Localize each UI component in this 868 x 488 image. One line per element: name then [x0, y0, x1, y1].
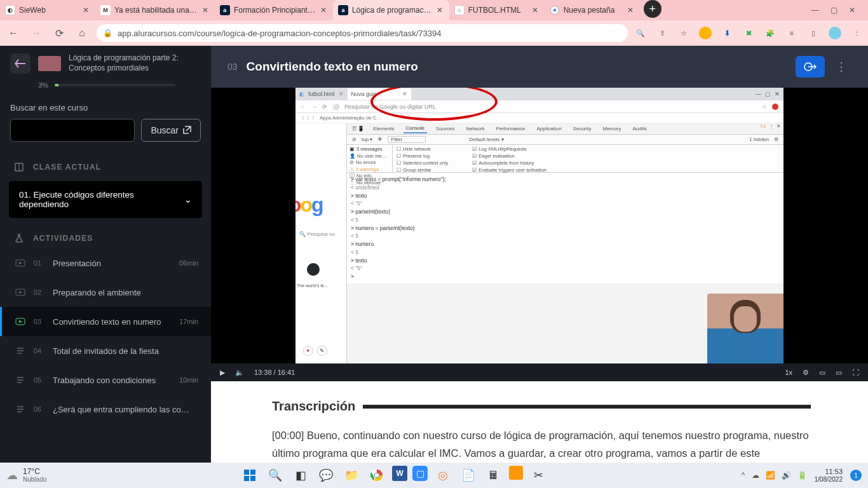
- home-button[interactable]: ⌂: [74, 25, 90, 41]
- tray-cloud-icon[interactable]: ☁: [752, 471, 759, 480]
- weather-condition: Nublado: [23, 476, 46, 483]
- taskview-icon[interactable]: ◧: [290, 466, 311, 485]
- browser-tab-1[interactable]: M Ya está habilitada una… ✕: [95, 0, 215, 20]
- tray-chevron-icon[interactable]: ^: [742, 471, 745, 480]
- activity-item-03[interactable]: 03Convirtiendo texto en numero17min: [0, 307, 211, 336]
- play-icon: [15, 316, 26, 327]
- search-taskbar-icon[interactable]: 🔍: [265, 466, 285, 485]
- text-icon: [15, 345, 26, 356]
- menu-icon[interactable]: ⋮: [850, 27, 863, 39]
- ext-icon-3[interactable]: ✖: [742, 27, 755, 39]
- flask-icon: [14, 233, 24, 243]
- browser-tab-2[interactable]: a Formación Principiant… ✕: [215, 0, 333, 20]
- lesson-number: 03: [227, 62, 238, 72]
- notepad-icon[interactable]: 📄: [458, 466, 478, 485]
- weather-widget[interactable]: ☁ 17°C Nublado: [6, 468, 46, 483]
- browser-tab-5[interactable]: Nueva pestaña ✕: [545, 0, 640, 20]
- activity-label: Convirtiendo texto en numero: [53, 317, 172, 327]
- text-icon: [15, 374, 26, 386]
- close-icon[interactable]: ✕: [531, 6, 539, 15]
- back-to-course-icon[interactable]: [10, 53, 31, 74]
- volume-button[interactable]: 🔈: [235, 369, 244, 377]
- search-page-icon[interactable]: 🔍: [634, 27, 647, 39]
- tab-title: Lógica de programac…: [352, 6, 431, 15]
- share-icon[interactable]: ⇪: [656, 27, 668, 39]
- settings-icon[interactable]: ⚙: [803, 369, 809, 377]
- book-icon: [14, 162, 24, 172]
- profile-avatar[interactable]: [829, 27, 841, 39]
- sidepanel-icon[interactable]: ▯: [807, 27, 820, 39]
- close-window-button[interactable]: ✕: [849, 6, 855, 15]
- speed-button[interactable]: 1x: [785, 369, 792, 376]
- address-bar[interactable]: 🔒 app.aluracursos.com/course/logica-de-p…: [97, 24, 628, 42]
- extensions-icon[interactable]: 🧩: [764, 27, 776, 39]
- cloud-icon: ☁: [6, 468, 18, 482]
- activity-item-05[interactable]: 05Trabajando con condiciones10min: [0, 365, 211, 395]
- pip-icon[interactable]: ▭: [819, 369, 825, 377]
- fullscreen-icon[interactable]: ⛶: [852, 369, 859, 376]
- instructor-video-overlay: [707, 294, 783, 363]
- reload-button[interactable]: ⟳: [51, 25, 67, 41]
- browser-tab-0[interactable]: ◐ SieWeb ✕: [0, 0, 95, 20]
- activity-number: 01: [34, 259, 45, 267]
- activity-number: 02: [34, 288, 45, 296]
- explorer-icon[interactable]: 📁: [341, 466, 362, 485]
- text-icon: [15, 403, 26, 415]
- star-icon[interactable]: ☆: [677, 27, 690, 39]
- ext-icon-1[interactable]: [699, 27, 712, 39]
- browser-tab-3[interactable]: a Lógica de programac… ✕: [333, 0, 449, 20]
- video-player[interactable]: ◐ futbol.html ✕ Nova guia ✕ —▢✕ ←→⟳ ⚪ Pe…: [211, 88, 868, 363]
- close-icon[interactable]: ✕: [435, 6, 444, 15]
- chevron-down-icon: ⌄: [184, 194, 192, 205]
- word-icon[interactable]: W: [392, 466, 407, 481]
- activity-duration: 10min: [179, 376, 198, 384]
- transcript-section: Transcripción [00:00] Bueno, continuando…: [211, 381, 868, 462]
- course-subtitle: Conceptos primordiales: [69, 64, 179, 74]
- close-icon[interactable]: ✕: [626, 6, 635, 15]
- ext-icon-2[interactable]: ⬇: [721, 27, 733, 39]
- module-dropdown[interactable]: 01. Ejecute códigos diferentes dependien…: [9, 181, 202, 218]
- activity-item-01[interactable]: 01Presentación06min: [0, 248, 211, 278]
- activity-item-04[interactable]: 04Total de invitados de la fiesta: [0, 336, 211, 365]
- section-heading-activities: ACTIVIDADES: [0, 222, 211, 248]
- play-button[interactable]: ▶: [220, 369, 225, 377]
- new-tab-button[interactable]: +: [644, 0, 661, 18]
- theater-icon[interactable]: ▭: [836, 369, 842, 377]
- progress-percent: 3%: [38, 81, 48, 89]
- transcript-heading: Transcripción: [272, 399, 355, 414]
- tab-title: SieWeb: [19, 6, 78, 15]
- search-button-label: Buscar: [151, 125, 179, 135]
- activity-number: 04: [34, 347, 45, 355]
- svg-rect-9: [244, 476, 249, 481]
- activity-number: 03: [34, 318, 45, 325]
- search-input[interactable]: [10, 119, 135, 142]
- reading-list-icon[interactable]: ≡: [785, 27, 798, 39]
- file-icon: ○: [454, 5, 465, 15]
- volume-tray-icon[interactable]: 🔊: [782, 471, 791, 480]
- browser-tab-4[interactable]: ○ FUTBOL.HTML ✕: [449, 0, 545, 20]
- snip-icon[interactable]: ✂: [528, 466, 548, 485]
- close-icon[interactable]: ✕: [81, 6, 90, 15]
- sublime-icon[interactable]: [509, 466, 523, 480]
- search-button[interactable]: Buscar: [141, 119, 201, 142]
- minimize-button[interactable]: —: [811, 6, 819, 15]
- more-options-button[interactable]: ⋮: [831, 56, 851, 78]
- activity-item-02[interactable]: 02Preparando el ambiente: [0, 278, 211, 307]
- clock[interactable]: 11:53 1/08/2022: [815, 468, 843, 482]
- app-orange-icon[interactable]: ◎: [433, 466, 453, 485]
- activity-item-06[interactable]: 06¿Será que entra cumpliendo las condici…: [0, 395, 211, 424]
- chat-icon[interactable]: 💬: [316, 466, 336, 485]
- back-button[interactable]: ←: [5, 25, 22, 41]
- start-button[interactable]: [240, 466, 260, 485]
- activity-number: 06: [34, 405, 45, 413]
- zoom-icon[interactable]: ▢: [412, 466, 428, 481]
- wifi-icon[interactable]: 📶: [766, 471, 775, 480]
- maximize-button[interactable]: ▢: [831, 6, 837, 15]
- calculator-icon[interactable]: 🖩: [484, 466, 504, 485]
- chrome-taskbar-icon[interactable]: [367, 466, 387, 485]
- close-icon[interactable]: ✕: [201, 6, 210, 15]
- battery-icon[interactable]: 🔋: [797, 471, 807, 480]
- notification-badge[interactable]: 1: [850, 470, 862, 481]
- next-lesson-button[interactable]: [796, 56, 825, 78]
- close-icon[interactable]: ✕: [319, 6, 328, 15]
